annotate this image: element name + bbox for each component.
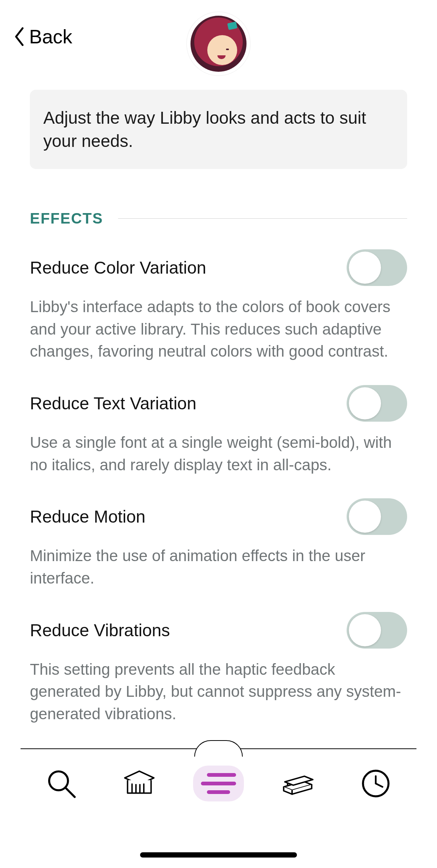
setting-reduce-color-variation: Reduce Color Variation Libby's interface… — [30, 249, 407, 363]
setting-label: Reduce Color Variation — [30, 258, 206, 278]
intro-text: Adjust the way Libby looks and acts to s… — [43, 108, 366, 151]
books-stack-icon — [281, 767, 314, 800]
setting-description: Libby's interface adapts to the colors o… — [30, 296, 407, 363]
svg-line-1 — [66, 788, 75, 797]
home-indicator — [140, 852, 297, 858]
nav-search[interactable] — [37, 761, 86, 806]
toggle-reduce-color-variation[interactable] — [347, 249, 407, 286]
nav-shelf[interactable] — [273, 761, 322, 806]
toggle-knob — [349, 614, 381, 646]
menu-icon — [200, 769, 237, 798]
search-icon — [44, 767, 78, 800]
toggle-reduce-text-variation[interactable] — [347, 385, 407, 422]
app-avatar[interactable] — [187, 12, 250, 76]
nav-library[interactable] — [115, 761, 164, 806]
section-title: EFFECTS — [30, 210, 103, 227]
toggle-knob — [349, 387, 381, 419]
setting-reduce-vibrations: Reduce Vibrations This setting prevents … — [30, 612, 407, 725]
setting-row: Reduce Vibrations — [30, 612, 407, 649]
nav-timeline[interactable] — [351, 761, 400, 806]
libby-avatar-icon — [190, 16, 247, 72]
toggle-knob — [349, 501, 381, 533]
section-header: EFFECTS — [30, 210, 407, 227]
setting-label: Reduce Motion — [30, 507, 145, 527]
toggle-reduce-motion[interactable] — [347, 498, 407, 535]
setting-label: Reduce Text Variation — [30, 393, 196, 413]
intro-card: Adjust the way Libby looks and acts to s… — [30, 90, 407, 169]
bottom-nav — [0, 748, 437, 868]
setting-label: Reduce Vibrations — [30, 620, 170, 640]
setting-description: Use a single font at a single weight (se… — [30, 431, 407, 476]
effects-section: EFFECTS Reduce Color Variation Libby's i… — [30, 210, 407, 725]
clock-icon — [359, 767, 393, 800]
svg-line-12 — [376, 784, 382, 787]
setting-reduce-text-variation: Reduce Text Variation Use a single font … — [30, 385, 407, 476]
toggle-reduce-vibrations[interactable] — [347, 612, 407, 649]
chevron-left-icon — [14, 27, 25, 46]
back-label: Back — [29, 25, 72, 48]
setting-reduce-motion: Reduce Motion Minimize the use of animat… — [30, 498, 407, 589]
setting-row: Reduce Text Variation — [30, 385, 407, 422]
section-rule — [118, 218, 407, 219]
nav-menu[interactable] — [193, 766, 244, 801]
back-button[interactable]: Back — [14, 25, 72, 48]
library-icon — [123, 767, 156, 800]
toggle-knob — [349, 252, 381, 284]
setting-row: Reduce Color Variation — [30, 249, 407, 286]
setting-description: This setting prevents all the haptic fee… — [30, 658, 407, 725]
setting-row: Reduce Motion — [30, 498, 407, 535]
header: Back — [0, 0, 437, 75]
nav-bump — [194, 740, 243, 757]
setting-description: Minimize the use of animation effects in… — [30, 545, 407, 589]
nav-items — [0, 761, 437, 806]
